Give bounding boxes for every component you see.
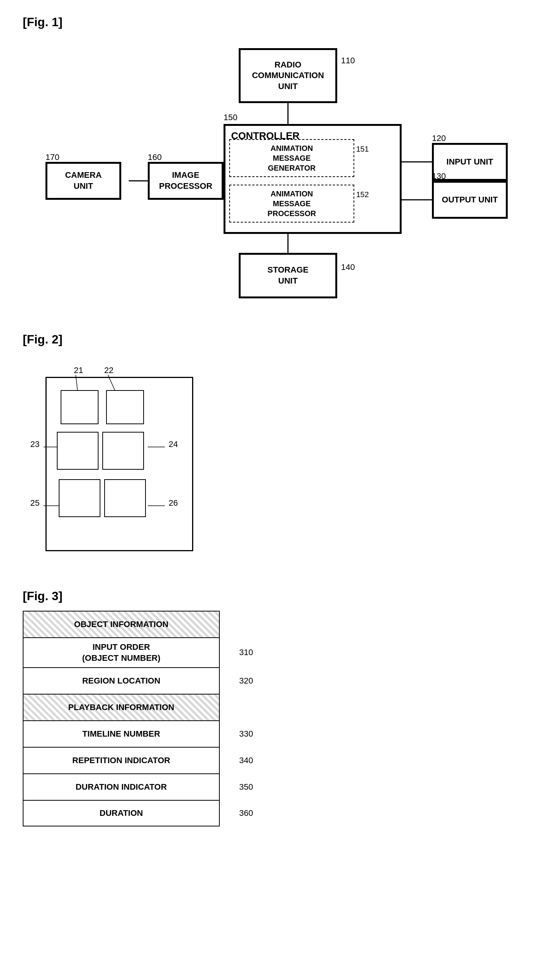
fig2-label: [Fig. 2] xyxy=(23,332,537,347)
radio-ref: 110 xyxy=(341,56,355,65)
output-ref: 130 xyxy=(432,171,446,181)
fig2-box22 xyxy=(106,390,144,424)
fig2-ref24: 24 xyxy=(168,439,178,449)
fig3-container: OBJECT INFORMATION INPUT ORDER (OBJECT N… xyxy=(23,611,220,826)
output-unit-block: OUTPUT UNIT xyxy=(432,181,508,219)
fig2-box23 xyxy=(57,432,98,470)
fig2-box26 xyxy=(104,479,146,517)
fig3-row-region-location: REGION LOCATION 320 xyxy=(23,667,220,694)
fig3-ref-340: 340 xyxy=(239,755,253,766)
input-ref: 120 xyxy=(432,134,446,143)
fig2-box25 xyxy=(59,479,100,517)
fig2-ref21: 21 xyxy=(74,366,83,375)
camera-unit-block: CAMERA UNIT xyxy=(45,162,121,200)
fig2-box21 xyxy=(61,390,98,424)
radio-comm-unit: RADIO COMMUNICATION UNIT xyxy=(239,48,337,103)
fig3-row-playback-info: PLAYBACK INFORMATION xyxy=(23,694,220,720)
fig3-ref-330: 330 xyxy=(239,729,253,740)
fig3-ref-320: 320 xyxy=(239,676,253,686)
storage-unit-block: STORAGE UNIT xyxy=(239,253,337,298)
fig2-container: 21 22 23 24 25 26 xyxy=(23,354,212,566)
image-ref: 160 xyxy=(148,152,162,162)
fig3-row-timeline: TIMELINE NUMBER 330 xyxy=(23,720,220,747)
anim-proc-block: ANIMATION MESSAGE PROCESSOR xyxy=(229,185,354,222)
fig3-label: [Fig. 3] xyxy=(23,589,537,603)
fig3-ref-310: 310 xyxy=(239,647,253,658)
fig3-row-object-info: OBJECT INFORMATION xyxy=(23,611,220,637)
fig2-ref25: 25 xyxy=(30,498,39,508)
fig2-ref26: 26 xyxy=(168,498,178,508)
camera-ref: 170 xyxy=(45,152,60,162)
fig3-ref-360: 360 xyxy=(239,808,253,819)
fig1-container: RADIO COMMUNICATION UNIT 110 CONTROLLER … xyxy=(23,37,553,310)
anim-gen-ref: 151 xyxy=(356,145,369,154)
fig2-ref23: 23 xyxy=(30,439,39,449)
fig3-row-duration: DURATION 360 xyxy=(23,800,220,826)
image-processor-block: IMAGE PROCESSOR xyxy=(148,162,223,200)
fig1-label: [Fig. 1] xyxy=(23,15,537,29)
fig3-ref-350: 350 xyxy=(239,782,253,793)
anim-gen-block: ANIMATION MESSAGE GENERATOR xyxy=(229,139,354,177)
fig3-row-repetition: REPETITION INDICATOR 340 xyxy=(23,747,220,773)
fig2-ref22: 22 xyxy=(104,366,113,375)
fig3-row-duration-indicator: DURATION INDICATOR 350 xyxy=(23,773,220,800)
controller-ref: 150 xyxy=(223,113,238,122)
anim-proc-ref: 152 xyxy=(356,190,369,199)
fig3-row-input-order: INPUT ORDER (OBJECT NUMBER) 310 xyxy=(23,637,220,667)
storage-ref: 140 xyxy=(341,262,355,272)
fig2-box24 xyxy=(102,432,144,470)
